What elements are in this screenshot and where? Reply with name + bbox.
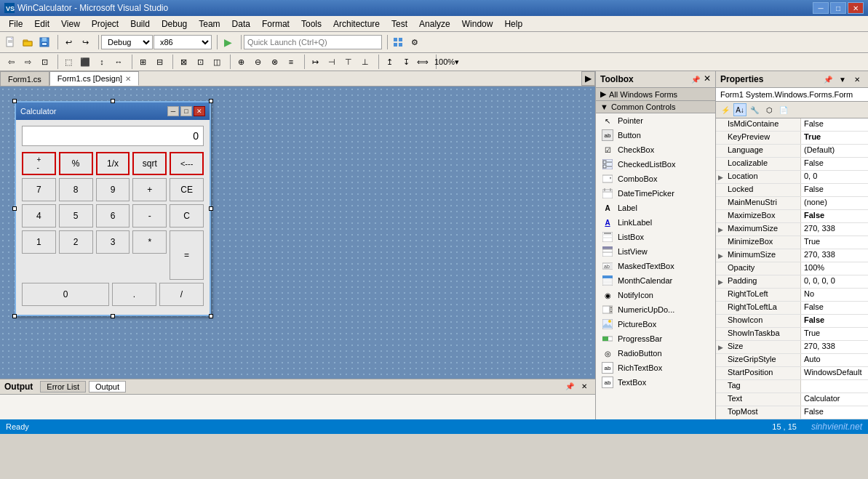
handle-bl[interactable]	[12, 314, 17, 318]
calc-btn-dot[interactable]: .	[112, 283, 156, 306]
toolbox-item-checkbox[interactable]: ☑ CheckBox	[596, 142, 715, 157]
calc-minimize[interactable]: ─	[167, 106, 179, 116]
calc-btn-5[interactable]: 5	[59, 204, 93, 228]
menu-data[interactable]: Data	[226, 17, 256, 31]
calc-btn-9[interactable]: 9	[96, 178, 130, 201]
prop-value-loc[interactable]: False	[801, 158, 868, 170]
tb2-btn21[interactable]: ↥	[381, 54, 397, 70]
calc-btn-divide[interactable]: /	[159, 283, 204, 306]
prop-expand-padding[interactable]: ▶	[716, 275, 725, 288]
tb2-btn18[interactable]: ⊣	[324, 54, 340, 70]
tb2-btn19[interactable]: ⊤	[341, 54, 357, 70]
menu-build[interactable]: Build	[124, 17, 156, 31]
tb2-btn22[interactable]: ↧	[398, 54, 414, 70]
calculator-form[interactable]: Calculator ─ □ ✕ 0 +-	[15, 101, 211, 316]
toolbox-item-richtextbox[interactable]: ab RichTextBox	[596, 361, 715, 375]
toolbox-item-picturebox[interactable]: PictureBox	[596, 317, 715, 331]
calc-btn-subtract[interactable]: -	[132, 204, 167, 228]
close-button[interactable]: ✕	[848, 2, 864, 14]
minimize-button[interactable]: ─	[813, 2, 829, 14]
tb2-btn8[interactable]: ⊞	[135, 54, 151, 70]
tb2-btn6[interactable]: ↕	[94, 54, 110, 70]
props-dropdown-button[interactable]: ▼	[836, 73, 849, 85]
debug-config-dropdown[interactable]: Debug Release	[101, 35, 153, 49]
prop-expand-loc2[interactable]: ▶	[716, 171, 725, 183]
calc-btn-multiply[interactable]: *	[132, 230, 167, 254]
toolbox-item-checkedlistbox[interactable]: CheckedListBox	[596, 157, 715, 172]
menu-architecture[interactable]: Architecture	[327, 17, 386, 31]
tb2-zoom[interactable]: 100%▾	[439, 54, 455, 70]
prop-value-maxbox[interactable]: False	[801, 210, 868, 222]
calc-btn-percent[interactable]: %	[59, 152, 93, 175]
props-propertypages-button[interactable]: ⬡	[763, 103, 776, 116]
tb2-btn5[interactable]: ⬛	[77, 54, 93, 70]
prop-value-ismdi[interactable]: False	[801, 118, 868, 131]
toolbox-item-maskedtextbox[interactable]: ab MaskedTextBox	[596, 259, 715, 273]
prop-value-topmost[interactable]: False	[801, 406, 868, 419]
props-category-button[interactable]: 🔧	[748, 103, 761, 116]
calc-btn-2[interactable]: 2	[59, 230, 93, 254]
tb-open[interactable]	[20, 34, 36, 50]
tb-undo[interactable]: ↩	[60, 34, 76, 50]
props-browse-button[interactable]: 📄	[777, 103, 790, 116]
menu-format[interactable]: Format	[256, 17, 295, 31]
prop-value-text[interactable]: Calculator	[801, 393, 868, 406]
toolbox-item-notifyicon[interactable]: ◉ NotifyIcon	[596, 288, 715, 302]
toolbox-item-progressbar[interactable]: ProgressBar	[596, 331, 715, 346]
tb2-btn13[interactable]: ⊕	[233, 54, 249, 70]
calc-btn-add[interactable]: +	[132, 178, 167, 201]
prop-value-padding[interactable]: 0, 0, 0, 0	[801, 275, 868, 288]
calc-btn-ce[interactable]: CE	[170, 178, 204, 201]
toolbox-item-datetimepicker[interactable]: DateTimePicker	[596, 186, 715, 201]
toolbox-item-listbox[interactable]: ListBox	[596, 230, 715, 244]
props-events-button[interactable]: ⚡	[719, 103, 732, 116]
calc-btn-1[interactable]: 1	[22, 230, 56, 254]
tab-formdesign[interactable]: Form1.cs [Design] ✕	[49, 71, 139, 86]
tb2-btn1[interactable]: ⇦	[3, 54, 19, 70]
tb2-btn11[interactable]: ⊡	[192, 54, 208, 70]
menu-team[interactable]: Team	[193, 17, 226, 31]
menu-edit[interactable]: Edit	[28, 17, 55, 31]
props-alpha-button[interactable]: A↓	[733, 103, 746, 116]
tb2-btn17[interactable]: ↦	[307, 54, 323, 70]
prop-expand-minsize[interactable]: ▶	[716, 249, 725, 262]
prop-value-rtl[interactable]: No	[801, 289, 868, 301]
tb2-btn16[interactable]: ≡	[283, 54, 299, 70]
prop-value-minsize[interactable]: 270, 338	[801, 249, 868, 262]
tb-new[interactable]	[3, 34, 19, 50]
tb2-btn10[interactable]: ⊠	[175, 54, 191, 70]
toolbox-pin-button[interactable]: 📌	[689, 73, 702, 85]
menu-tools[interactable]: Tools	[295, 17, 327, 31]
handle-bm[interactable]	[111, 314, 115, 318]
handle-tl[interactable]	[12, 99, 17, 103]
tb-extra1[interactable]	[390, 34, 406, 50]
tb2-btn4[interactable]: ⬚	[60, 54, 76, 70]
maximize-button[interactable]: □	[830, 2, 846, 14]
toolbox-item-pointer[interactable]: ↖ Pointer	[596, 113, 715, 128]
toolbox-section-common-header[interactable]: ▼ Common Controls	[596, 101, 715, 113]
properties-object-selector[interactable]: Form1 System.Windows.Forms.Form	[716, 88, 868, 102]
toolbox-item-numericupdown[interactable]: NumericUpDo...	[596, 302, 715, 317]
run-button[interactable]: ▶	[220, 34, 236, 50]
prop-expand-maxsize[interactable]: ▶	[716, 223, 725, 236]
calc-btn-7[interactable]: 7	[22, 178, 56, 201]
tb-save[interactable]	[36, 34, 52, 50]
menu-analyze[interactable]: Analyze	[413, 17, 456, 31]
props-pin-button[interactable]: 📌	[821, 73, 835, 85]
calc-close[interactable]: ✕	[194, 106, 205, 116]
toolbox-close-button[interactable]: ✕	[704, 73, 711, 85]
handle-tr[interactable]	[209, 99, 213, 103]
search-input[interactable]	[244, 35, 382, 49]
prop-value-kp[interactable]: True	[801, 132, 868, 144]
toolbox-section-allwindows-header[interactable]: ▶ All Windows Forms	[596, 88, 715, 101]
toolbox-item-textbox[interactable]: ab TextBox	[596, 375, 715, 390]
tb2-btn7[interactable]: ↔	[111, 54, 127, 70]
calc-btn-3[interactable]: 3	[96, 230, 130, 254]
calc-btn-0[interactable]: 0	[22, 283, 109, 306]
menu-debug[interactable]: Debug	[156, 17, 193, 31]
calc-btn-8[interactable]: 8	[59, 178, 93, 201]
handle-ml[interactable]	[12, 206, 17, 211]
prop-value-rtlla[interactable]: False	[801, 302, 868, 314]
calc-btn-plusminus[interactable]: +-	[22, 152, 56, 175]
output-tab-output[interactable]: Output	[89, 381, 126, 393]
